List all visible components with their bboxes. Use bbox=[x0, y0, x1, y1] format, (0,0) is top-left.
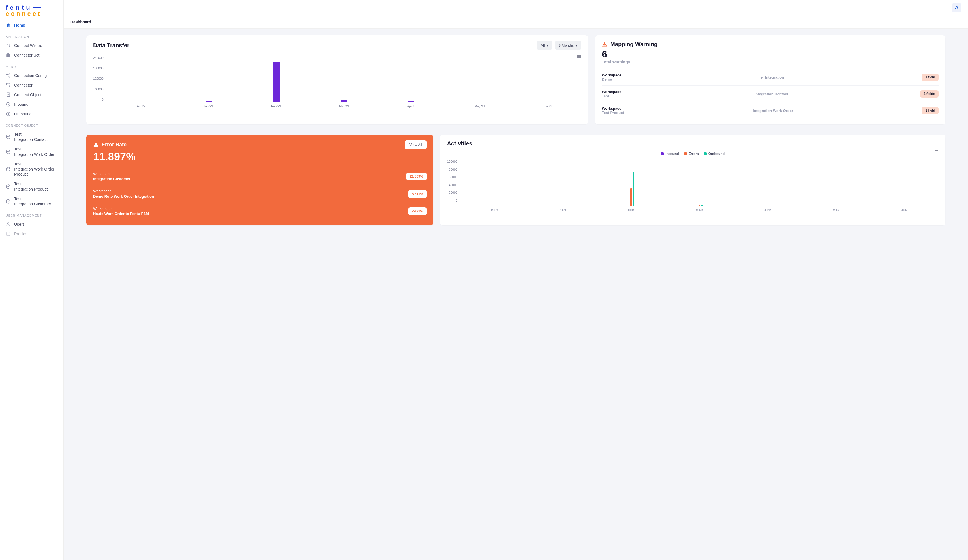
svg-point-3 bbox=[9, 74, 10, 75]
document-icon bbox=[6, 92, 11, 97]
avatar[interactable]: A bbox=[952, 3, 961, 12]
workspace-label: Workspace: bbox=[602, 90, 622, 94]
cube-icon bbox=[6, 149, 11, 154]
profile-icon bbox=[6, 231, 11, 236]
svg-point-9 bbox=[7, 223, 9, 224]
sync-icon bbox=[6, 83, 11, 88]
filter-period-button[interactable]: 6 Months▾ bbox=[555, 41, 581, 50]
error-rate-row[interactable]: Workspace:Demo Roto Work Order Integrati… bbox=[93, 185, 426, 203]
sidebar-item-inbound[interactable]: Inbound bbox=[0, 99, 63, 109]
sidebar-item-label: TestIntegration Customer bbox=[14, 196, 51, 206]
svg-rect-10 bbox=[7, 232, 10, 236]
legend-label: Outbound bbox=[708, 152, 724, 156]
logo[interactable]: fentu connect bbox=[0, 3, 63, 20]
mapping-warning-row[interactable]: Workspace:TestIntegration Contact4 field… bbox=[602, 86, 938, 102]
svg-point-2 bbox=[9, 76, 10, 78]
svg-rect-0 bbox=[6, 54, 10, 57]
card-title: Mapping Warning bbox=[610, 41, 658, 48]
filter-all-button[interactable]: All▾ bbox=[537, 41, 552, 50]
activities-bar-group bbox=[460, 158, 529, 206]
sidebar-item-users[interactable]: Users bbox=[0, 220, 63, 229]
sidebar-item-label: TestIntegration Work Order bbox=[14, 147, 54, 157]
sidebar-item-connect-object-entry[interactable]: TestIntegration Work OrderProduct bbox=[0, 159, 63, 179]
sidebar-item-label: Connection Config bbox=[14, 73, 47, 78]
sidebar-item-profiles[interactable]: Profiles bbox=[0, 229, 63, 239]
activities-bar-group bbox=[597, 158, 665, 206]
field-badge: 1 field bbox=[922, 74, 938, 81]
section-application: APPLICATION bbox=[0, 30, 63, 41]
legend-label: Inbound bbox=[665, 152, 679, 156]
chart-menu-icon[interactable] bbox=[577, 54, 581, 59]
cube-icon bbox=[6, 134, 11, 139]
workspace-name: Test Product bbox=[602, 111, 624, 115]
sidebar-item-connector-set[interactable]: Connector Set bbox=[0, 50, 63, 60]
arrows-icon bbox=[6, 43, 11, 48]
sidebar-item-connect-wizard[interactable]: Connect Wizard bbox=[0, 41, 63, 50]
svg-point-1 bbox=[6, 74, 8, 75]
sidebar-item-label: Connect Wizard bbox=[14, 43, 43, 48]
chart-menu-icon[interactable] bbox=[934, 150, 938, 154]
sidebar-item-home[interactable]: Home bbox=[0, 20, 63, 30]
sidebar-item-outbound[interactable]: Outbound bbox=[0, 109, 63, 119]
workspace-label: Workspace: bbox=[602, 106, 624, 111]
topbar: A bbox=[64, 0, 968, 16]
sidebar-item-connect-object[interactable]: Connect Object bbox=[0, 90, 63, 99]
workspace-label: Workspace: bbox=[93, 188, 154, 194]
legend-label: Errors bbox=[689, 152, 699, 156]
chart-bar bbox=[699, 205, 700, 206]
workspace-name: Test bbox=[602, 94, 622, 98]
sidebar-item-label: Connector bbox=[14, 83, 33, 88]
sidebar-item-connect-object-entry[interactable]: TestIntegration Product bbox=[0, 179, 63, 194]
activities-chart: 100000800006000040000200000 DECJANFEBMAR… bbox=[447, 158, 938, 212]
error-pct-badge: 29.91% bbox=[408, 207, 427, 215]
activities-bar-group bbox=[665, 158, 733, 206]
chart-bar bbox=[701, 205, 703, 206]
chart-bar bbox=[633, 172, 634, 206]
data-transfer-card: Data Transfer All▾ 6 Months▾ 24000018000… bbox=[86, 35, 588, 124]
section-user-management: USER MANAGEMENT bbox=[0, 209, 63, 220]
activities-card: Activities Inbound Errors Outbound 10000… bbox=[440, 135, 945, 225]
chart-bar bbox=[273, 62, 280, 102]
sidebar-item-label: Profiles bbox=[14, 231, 27, 236]
view-all-button[interactable]: View All bbox=[405, 140, 426, 149]
chart-bar bbox=[408, 101, 414, 102]
legend-dot-errors bbox=[684, 152, 687, 155]
error-rate-row[interactable]: Workspace:Integration Customer21.569% bbox=[93, 168, 426, 185]
legend-dot-outbound bbox=[704, 152, 707, 155]
logo-line2: connect bbox=[6, 10, 41, 17]
mapping-warning-card: Mapping Warning 6 Total Warnings Workspa… bbox=[595, 35, 945, 124]
workspace-label: Workspace: bbox=[93, 206, 149, 211]
sidebar-item-connect-object-entry[interactable]: TestIntegration Contact bbox=[0, 129, 63, 144]
chevron-down-icon: ▾ bbox=[575, 43, 577, 48]
sidebar-item-label: Users bbox=[14, 222, 25, 226]
workspace-name: Demo Roto Work Order Integration bbox=[93, 194, 154, 199]
workspace-label: Workspace: bbox=[93, 172, 130, 177]
sidebar-item-connect-object-entry[interactable]: TestIntegration Customer bbox=[0, 194, 63, 209]
section-connect-object: CONNECT OBJECT bbox=[0, 119, 63, 129]
warning-icon bbox=[602, 41, 607, 47]
clock-icon bbox=[6, 102, 11, 107]
sidebar-item-connection-config[interactable]: Connection Config bbox=[0, 71, 63, 80]
sidebar-item-label: Connect Object bbox=[14, 93, 41, 97]
data-transfer-chart: 240000180000120000600000 Dec 22Jan 23Feb… bbox=[93, 54, 581, 108]
workspace-name: Demo bbox=[602, 77, 622, 81]
workspace-name: Integration Customer bbox=[93, 177, 130, 182]
mapping-warning-row[interactable]: Workspace:Test ProductIntegration Work O… bbox=[602, 102, 938, 119]
field-badge: 4 fields bbox=[920, 90, 938, 97]
workspace-label: Workspace: bbox=[602, 73, 622, 77]
warning-icon bbox=[93, 142, 99, 148]
card-title: Error Rate bbox=[102, 142, 126, 148]
activities-bar-group bbox=[529, 158, 597, 206]
error-pct-badge: 21.569% bbox=[406, 172, 426, 180]
sidebar-item-connect-object-entry[interactable]: TestIntegration Work Order bbox=[0, 144, 63, 159]
arrow-out-icon bbox=[6, 111, 11, 117]
config-icon bbox=[6, 73, 11, 78]
field-badge: 1 field bbox=[922, 107, 938, 114]
sidebar-item-connector[interactable]: Connector bbox=[0, 80, 63, 90]
sidebar-item-label: Outbound bbox=[14, 112, 32, 116]
card-title: Activities bbox=[447, 140, 938, 147]
error-rate-row[interactable]: Workspace:Haufe Work Order to Fentu FSM2… bbox=[93, 203, 426, 220]
error-pct-badge: 5.511% bbox=[408, 190, 427, 198]
chart-bar bbox=[630, 188, 632, 206]
mapping-warning-row[interactable]: Workspace:Demoer Integration1 field bbox=[602, 69, 938, 86]
